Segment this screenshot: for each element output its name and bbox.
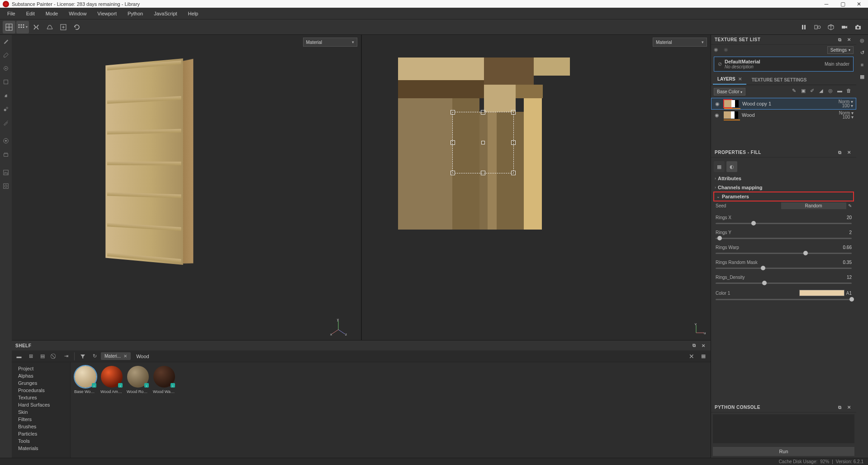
viewport-2d-mode-dropdown[interactable]: Material	[653, 38, 707, 47]
menu-file[interactable]: File	[2, 9, 21, 18]
layer-delete-icon[interactable]: 🗑	[846, 88, 854, 95]
tool-substance-icon[interactable]	[2, 137, 9, 144]
tool-brush-icon[interactable]	[2, 38, 9, 45]
tool-clone-icon[interactable]	[2, 105, 9, 113]
side-history-icon[interactable]: ↺	[860, 50, 864, 56]
layer-add-paint-icon[interactable]: ✐	[810, 88, 817, 95]
param-ringsx-value[interactable]: 20	[847, 215, 852, 220]
param-ringsx-slider[interactable]	[716, 223, 852, 224]
shelf-hide-icon[interactable]: ⃠	[49, 351, 60, 361]
shelf-clear-search-icon[interactable]: ✕	[686, 351, 697, 361]
toolbar-refresh[interactable]	[71, 21, 83, 34]
toolbar-add[interactable]	[57, 21, 70, 34]
shelf-save-icon[interactable]: ▤	[37, 351, 48, 361]
shelf-cat-project[interactable]: Project	[12, 365, 70, 372]
layer-item[interactable]: ◉ Wood Norm ▾ 100 ▾	[711, 110, 856, 120]
layer-add-fill-icon[interactable]: ◢	[819, 88, 826, 95]
shelf-cat-skin[interactable]: Skin	[12, 408, 70, 416]
param-color1-alpha-slider[interactable]	[716, 299, 852, 300]
toolbar-video-icon[interactable]	[838, 21, 851, 34]
layer-mask-thumbnail[interactable]	[731, 111, 738, 119]
texture-set-settings-dropdown[interactable]: Settings▾	[827, 46, 854, 54]
tool-polyfill-icon[interactable]	[2, 78, 9, 86]
viewport-3d[interactable]: Material y x z	[12, 35, 361, 340]
shelf-filter-icon[interactable]	[77, 351, 88, 361]
toolbar-grid-mode[interactable]: ▾	[16, 21, 29, 34]
tab-texture-set-settings[interactable]: TEXTURE SET SETTINGS	[747, 75, 811, 85]
layer-visibility-icon[interactable]: ◉	[714, 112, 720, 118]
minimize-button[interactable]: ─	[823, 0, 830, 8]
menu-help[interactable]: Help	[183, 9, 204, 18]
viewport-3d-mode-dropdown[interactable]: Material	[303, 38, 357, 47]
param-seed-value[interactable]: Random	[781, 202, 847, 209]
shelf-collection-icon[interactable]: ⊞	[25, 351, 36, 361]
tool-photoshop-icon[interactable]: Ps	[2, 169, 9, 176]
shelf-search-text[interactable]: Wood	[132, 354, 154, 359]
texture-set-item[interactable]: ⊘ DefaultMaterial No description Main sh…	[714, 57, 854, 72]
shelf-close-icon[interactable]: ✕	[700, 342, 707, 349]
shelf-cat-grunges[interactable]: Grunges	[12, 379, 70, 387]
uv-selection-transform[interactable]	[452, 112, 514, 173]
side-log-icon[interactable]: ≡	[861, 62, 863, 67]
tab-close-icon[interactable]: ✕	[738, 77, 742, 81]
param-seed-edit-icon[interactable]: ✎	[848, 203, 852, 208]
param-ringsdensity-value[interactable]: 12	[847, 275, 852, 280]
layer-mask-thumbnail[interactable]	[731, 100, 739, 107]
shelf-cat-materials[interactable]: Materials	[12, 445, 70, 452]
tab-layers[interactable]: LAYERS✕	[713, 74, 746, 85]
shelf-cat-brushes[interactable]: Brushes	[12, 423, 70, 430]
tool-bake-icon[interactable]	[2, 151, 9, 158]
properties-material-icon[interactable]: ◐	[726, 161, 737, 172]
run-button[interactable]: Run	[713, 447, 854, 456]
layer-add-smart-icon[interactable]: ◎	[828, 88, 835, 95]
panel-close-icon[interactable]: ✕	[845, 36, 853, 43]
layer-mask-icon[interactable]: ▣	[801, 88, 808, 95]
param-ringswarp-value[interactable]: 0.66	[843, 245, 852, 250]
toolbar-display-mode[interactable]	[3, 21, 15, 34]
tool-resource-icon[interactable]	[2, 182, 9, 190]
param-ringsy-slider[interactable]	[716, 238, 852, 239]
menu-javascript[interactable]: JavaScript	[148, 9, 182, 18]
toolbar-iray[interactable]	[811, 21, 824, 34]
layer-effect-icon[interactable]: ✎	[792, 88, 799, 95]
shelf-view-grid-icon[interactable]: ▦	[698, 351, 709, 361]
menu-window[interactable]: Window	[63, 9, 92, 18]
shelf-refresh-icon[interactable]: ↻	[89, 351, 100, 361]
toolbar-perspective[interactable]	[43, 21, 56, 34]
filter-pill-close-icon[interactable]: ✕	[123, 354, 127, 359]
properties-fill-icon[interactable]: ▦	[714, 161, 725, 172]
panel-undock-icon[interactable]: ⧉	[836, 149, 844, 156]
material-item[interactable]: ↓ Base Wood...	[74, 366, 97, 394]
visibility-solo-icon[interactable]: ◉	[724, 47, 730, 53]
toolbar-pause[interactable]	[797, 21, 810, 34]
shelf-undock-icon[interactable]: ⧉	[691, 342, 698, 349]
close-button[interactable]: ✕	[855, 0, 863, 8]
shelf-cat-alphas[interactable]: Alphas	[12, 372, 70, 379]
tool-eraser-icon[interactable]	[2, 51, 9, 58]
menu-python[interactable]: Python	[122, 9, 148, 18]
material-item[interactable]: ↓ Wood Waln...	[153, 366, 175, 394]
section-channels-mapping[interactable]: ›Channels mapping	[714, 183, 854, 192]
section-parameters[interactable]: ⌄Parameters	[714, 192, 854, 201]
maximize-button[interactable]: ▢	[839, 0, 846, 8]
layer-item[interactable]: ◉ Wood copy 1 Norm ▾ 100 ▾	[711, 98, 856, 110]
toolbar-camera-icon[interactable]	[852, 21, 864, 34]
side-settings-icon[interactable]: ▦	[860, 74, 864, 80]
shelf-cat-filters[interactable]: Filters	[12, 416, 70, 423]
shelf-folder-icon[interactable]: ▬	[14, 351, 24, 361]
shelf-filter-pill[interactable]: Materi...✕	[101, 352, 131, 360]
param-ringsrandommask-slider[interactable]	[716, 268, 852, 269]
layer-thumbnail[interactable]	[724, 100, 731, 107]
shelf-cat-procedurals[interactable]: Procedurals	[12, 387, 70, 394]
layer-visibility-icon[interactable]: ◉	[714, 101, 721, 107]
param-ringsdensity-slider[interactable]	[716, 283, 852, 284]
menu-edit[interactable]: Edit	[21, 9, 40, 18]
tool-picker-icon[interactable]	[2, 119, 9, 126]
channel-dropdown[interactable]: Base Color ▾	[714, 88, 745, 96]
param-ringsy-value[interactable]: 2	[849, 230, 852, 235]
material-item[interactable]: ↓ Wood Ame...	[100, 366, 123, 394]
tool-smudge-icon[interactable]	[2, 92, 9, 99]
viewport-2d[interactable]: Material	[362, 35, 711, 340]
menu-mode[interactable]: Mode	[40, 9, 64, 18]
layer-folder-icon[interactable]: ▬	[837, 88, 844, 95]
